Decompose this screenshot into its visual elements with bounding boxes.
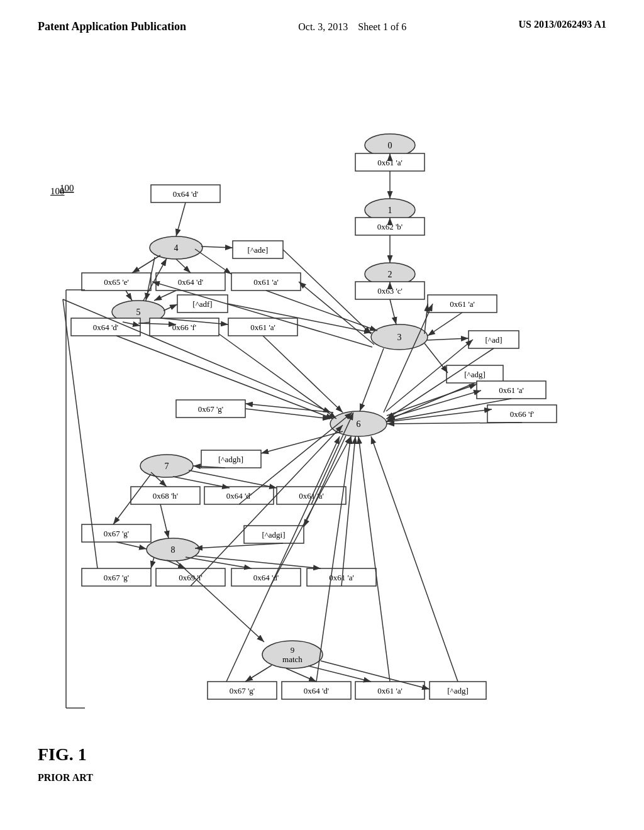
- arrow-n3-to-n6: [360, 348, 384, 411]
- node-9-label-match: match: [282, 655, 303, 664]
- arrow-n8-to-0x67g-r8: [151, 557, 154, 568]
- label-0x64d-row4: 0x64 'd': [178, 277, 203, 287]
- arrow-3-to-0x65e: [152, 282, 372, 347]
- arrow-n4-to-0x61a-r4: [195, 249, 231, 274]
- arrow-n7-to-0x61a-r7: [189, 470, 277, 488]
- arrow-0x64d-to-n4: [176, 202, 186, 236]
- arrow-0x64d-r4-to-n5: [154, 290, 176, 301]
- label-0x65e: 0x65 'e': [104, 277, 129, 287]
- label-0x66f-right: 0x66 'f': [510, 409, 534, 419]
- sheet-info: Sheet 1 of 6: [358, 21, 406, 32]
- label-ade: [^ade]: [248, 245, 269, 255]
- label-0x61a-row5: 0x61 'a': [250, 323, 275, 332]
- node-4-label: 4: [174, 243, 179, 253]
- label-0x62b: 0x62 'b': [377, 222, 402, 231]
- publication-title: Patent Application Publication: [38, 19, 186, 35]
- publication-date: Oct. 3, 2013: [298, 21, 348, 32]
- label-0x61a-top: 0x61 'a': [377, 158, 402, 167]
- node-3-label: 3: [397, 333, 402, 342]
- arrow-n6-to-0x61a-r2: [386, 390, 481, 419]
- label-0x64d-row7: 0x64 'd': [226, 491, 252, 501]
- node-5-label: 5: [136, 307, 141, 317]
- arrow-3-to-ad: [426, 338, 469, 340]
- prior-art-label: PRIOR ART: [38, 772, 93, 783]
- arrow-0x68h-to-n8: [160, 504, 169, 538]
- ref100-svg-label: 100: [60, 183, 74, 193]
- label-adf: [^adf]: [192, 299, 212, 309]
- label-0x61a-right1: 0x61 'a': [450, 299, 475, 309]
- arrow-n4-to-0x64d-r4: [176, 259, 191, 273]
- diagram-area: 100 0 1 2 3 4 5 6: [0, 48, 644, 802]
- label-0x67g-under7: 0x67 'g': [104, 529, 129, 538]
- label-0x63c: 0x63 'c': [377, 286, 402, 296]
- label-adgh: [^adgh]: [218, 455, 243, 464]
- arrow-n5-to-adf: [164, 304, 177, 311]
- arrow-0x69i-to-n6: [191, 425, 343, 586]
- label-0x61a-row9: 0x61 'a': [377, 686, 402, 695]
- arrow-n6-to-adgh: [261, 431, 343, 453]
- arrow-0x67g-l-to-n6: [245, 409, 330, 419]
- label-adg-right1: [^adg]: [464, 370, 486, 379]
- arrow-n9-to-0x64d-r9: [286, 668, 316, 682]
- diagram-svg: 0 1 2 3 4 5 6 7 8 9 match 0x61 'a': [0, 48, 644, 802]
- label-adg-row9: [^adg]: [447, 686, 469, 695]
- label-0x64d-row5: 0x64 'd': [93, 323, 118, 332]
- arrow-n4-to-ade: [201, 246, 233, 248]
- label-adgi: [^adgi]: [262, 530, 285, 540]
- arrow-0x64d-r9-to-n6: [316, 436, 351, 682]
- arrow-0x61a-r9-to-n6: [358, 436, 390, 682]
- label-0x68h: 0x68 'h': [153, 491, 178, 501]
- arrow-n6-to-0x66f-r: [386, 409, 492, 422]
- node-1-label: 1: [388, 206, 392, 215]
- label-0x61a-row4: 0x61 'a': [253, 277, 279, 287]
- label-0x64d-row9: 0x64 'd': [304, 686, 329, 695]
- publication-number: US 2013/0262493 A1: [518, 19, 606, 30]
- node-6-label: 6: [357, 419, 361, 429]
- arrow-0x61a-r1-to-n3: [428, 313, 462, 336]
- label-0x67g-row8: 0x67 'g': [104, 573, 129, 582]
- publication-date-sheet: Oct. 3, 2013 Sheet 1 of 6: [298, 19, 406, 35]
- arrow-adgi-to-n8: [195, 543, 283, 548]
- label-0x67g-left: 0x67 'g': [198, 404, 223, 414]
- arrow-n8-to-0x64d-r8: [186, 557, 252, 568]
- node-8-label: 8: [171, 545, 175, 555]
- arrow-n6-to-0x61a-r1: [384, 304, 433, 412]
- arrow-0x61a-r8-to-n6: [341, 436, 355, 586]
- label-0x61a-row8: 0x61 'a': [329, 573, 354, 582]
- line-0x67g-r8-feedback: [63, 299, 97, 568]
- arrow-0x67g-u7-to-n8: [116, 542, 147, 549]
- label-0x61a-right2: 0x61 'a': [499, 385, 524, 395]
- node-7-label: 7: [165, 462, 169, 471]
- arrow-0x66f-r-to-n6: [387, 423, 522, 424]
- arrow-0x65e-to-n5: [126, 290, 132, 301]
- arrow-0x63c-to-3: [390, 299, 396, 324]
- node-2-label: 2: [388, 270, 392, 279]
- label-0x64d-top: 0x64 'd': [173, 189, 198, 199]
- node-9-label-9: 9: [291, 645, 295, 655]
- arrow-adg-r9-to-n6: [371, 436, 458, 682]
- node-0-label: 0: [388, 141, 392, 150]
- fig-label: FIG. 1: [38, 744, 87, 765]
- page-header: Patent Application Publication Oct. 3, 2…: [0, 0, 644, 42]
- arrow-n4-to-0x65e: [132, 255, 160, 273]
- arrow-n9-to-0x67g-r9: [245, 665, 272, 682]
- label-0x67g-row9: 0x67 'g': [230, 686, 255, 695]
- label-ad-right: [^ad]: [485, 335, 502, 345]
- arrow-3-to-adg: [425, 343, 448, 373]
